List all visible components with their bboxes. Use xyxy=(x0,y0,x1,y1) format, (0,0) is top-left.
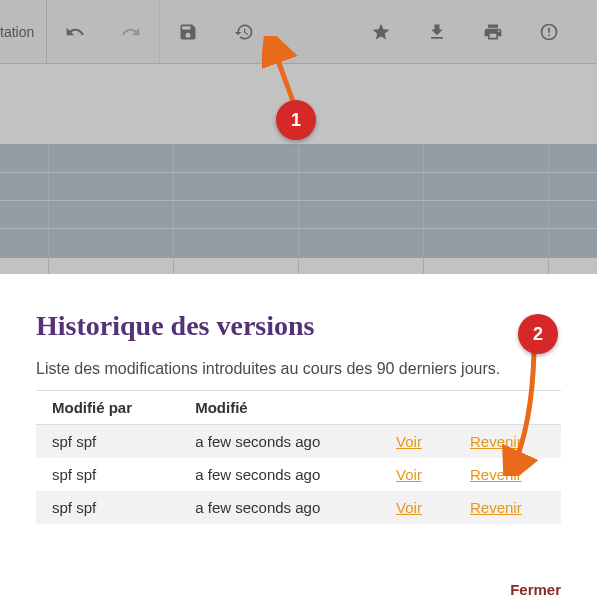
tab-presentation[interactable]: tation xyxy=(0,0,47,64)
save-button[interactable] xyxy=(160,0,216,64)
callout-arrow-2 xyxy=(502,346,542,476)
print-button[interactable] xyxy=(465,0,521,64)
history-icon xyxy=(234,22,254,42)
col-modified: Modifié xyxy=(179,391,380,425)
table-row: spf spf a few seconds ago Voir Revenir xyxy=(36,425,561,459)
cell-by: spf spf xyxy=(36,425,179,459)
tab-label: tation xyxy=(0,24,34,40)
callout-1: 1 xyxy=(276,100,316,140)
cell-when: a few seconds ago xyxy=(179,458,380,491)
panel-title: Historique des versions xyxy=(36,310,561,342)
print-icon xyxy=(483,22,503,42)
undo-button[interactable] xyxy=(47,0,103,64)
versions-table: Modifié par Modifié spf spf a few second… xyxy=(36,390,561,524)
cell-when: a few seconds ago xyxy=(179,491,380,524)
view-link[interactable]: Voir xyxy=(396,433,422,450)
svg-line-0 xyxy=(272,44,294,104)
view-link[interactable]: Voir xyxy=(396,499,422,516)
col-modified-by: Modifié par xyxy=(36,391,179,425)
view-link[interactable]: Voir xyxy=(396,466,422,483)
star-icon xyxy=(371,22,391,42)
redo-icon xyxy=(121,22,141,42)
star-button[interactable] xyxy=(353,0,409,64)
info-button[interactable] xyxy=(521,0,577,64)
callout-2: 2 xyxy=(518,314,558,354)
undo-icon xyxy=(65,22,85,42)
cell-when: a few seconds ago xyxy=(179,425,380,459)
download-icon xyxy=(427,22,447,42)
table-row: spf spf a few seconds ago Voir Revenir xyxy=(36,458,561,491)
callout-arrow-1 xyxy=(262,36,306,108)
toolbar-overflow[interactable] xyxy=(577,0,597,64)
revert-link[interactable]: Revenir xyxy=(470,499,522,516)
close-button[interactable]: Fermer xyxy=(510,581,561,598)
info-icon xyxy=(539,22,559,42)
cell-by: spf spf xyxy=(36,491,179,524)
cell-by: spf spf xyxy=(36,458,179,491)
download-button[interactable] xyxy=(409,0,465,64)
redo-button[interactable] xyxy=(103,0,159,64)
table-row: spf spf a few seconds ago Voir Revenir xyxy=(36,491,561,524)
panel-description: Liste des modifications introduites au c… xyxy=(36,358,561,380)
save-icon xyxy=(178,22,198,42)
